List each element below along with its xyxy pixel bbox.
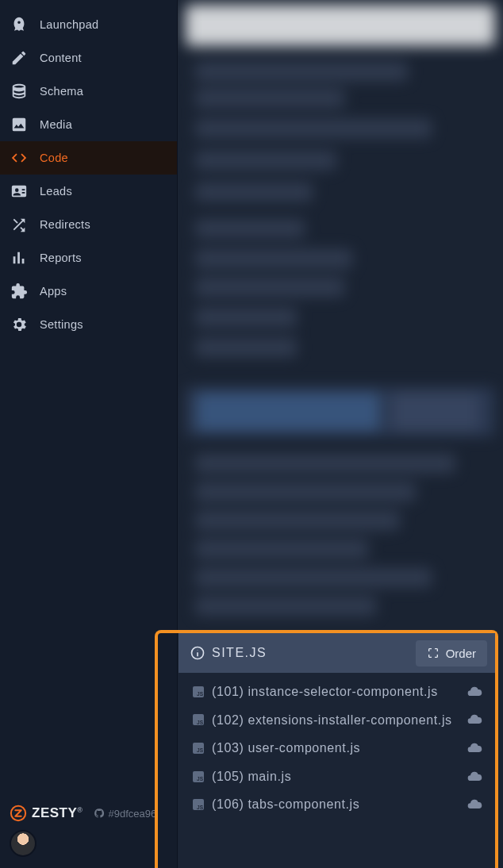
sidebar-item-schema[interactable]: Schema	[0, 75, 177, 108]
shuffle-icon	[10, 215, 29, 234]
bar-chart-icon	[10, 248, 29, 267]
nav-label: Settings	[40, 318, 83, 331]
contacts-icon	[10, 182, 29, 201]
file-row[interactable]: (106) tabs-component.js	[179, 790, 495, 819]
nav-label: Reports	[40, 252, 82, 264]
avatar-row	[10, 830, 167, 857]
brand-logo[interactable]: ZESTY®	[10, 805, 83, 822]
gear-icon	[10, 315, 29, 334]
nav-label: Code	[40, 152, 68, 164]
sidebar-item-launchpad[interactable]: Launchpad	[0, 8, 177, 41]
expand-icon	[427, 647, 440, 659]
github-icon	[94, 808, 105, 819]
instance-hash[interactable]: #9dfcea96	[94, 808, 156, 820]
panel-title-text: SITE.JS	[212, 646, 267, 660]
file-name: (103) user-component.js	[212, 739, 459, 757]
nav-label: Media	[40, 118, 72, 131]
sitejs-panel: SITE.JS Order (101) instance-selector-co…	[179, 633, 495, 868]
svg-point-3	[198, 650, 198, 651]
sidebar-item-apps[interactable]: Apps	[0, 275, 177, 308]
image-icon	[10, 115, 29, 134]
primary-nav: Launchpad Content Schema Media Code	[0, 0, 177, 798]
file-name: (102) extensions-installer-component.js	[212, 712, 459, 729]
file-row[interactable]: (105) main.js	[179, 762, 495, 791]
js-file-icon	[193, 771, 204, 782]
instance-hash-text: #9dfcea96	[108, 808, 156, 820]
js-file-icon	[193, 743, 204, 754]
order-button[interactable]: Order	[416, 640, 487, 666]
puzzle-icon	[10, 282, 29, 301]
cloud-sync-icon[interactable]	[467, 712, 482, 728]
sidebar-item-settings[interactable]: Settings	[0, 308, 177, 341]
brand-row: ZESTY® #9dfcea96	[10, 805, 167, 822]
panel-header: SITE.JS Order	[179, 633, 495, 673]
code-icon	[10, 148, 29, 167]
sidebar-item-content[interactable]: Content	[0, 41, 177, 75]
js-file-icon	[193, 799, 204, 810]
file-name: (105) main.js	[212, 768, 459, 785]
nav-label: Launchpad	[40, 18, 98, 31]
js-file-icon	[193, 686, 204, 697]
file-list: (101) instance-selector-component.js (10…	[179, 673, 495, 868]
file-row[interactable]: (103) user-component.js	[179, 734, 495, 762]
info-icon[interactable]	[190, 645, 205, 661]
cloud-sync-icon[interactable]	[467, 797, 482, 812]
cloud-sync-icon[interactable]	[467, 769, 482, 785]
pencil-icon	[10, 48, 29, 67]
database-icon	[10, 82, 29, 101]
zesty-logo-icon	[10, 805, 27, 822]
cloud-sync-icon[interactable]	[467, 740, 482, 756]
cloud-sync-icon[interactable]	[467, 684, 482, 700]
file-row[interactable]: (102) extensions-installer-component.js	[179, 706, 495, 735]
sidebar-item-redirects[interactable]: Redirects	[0, 208, 177, 241]
sidebar-item-media[interactable]: Media	[0, 108, 177, 141]
sidebar-item-leads[interactable]: Leads	[0, 175, 177, 208]
js-file-icon	[193, 714, 204, 725]
nav-label: Apps	[40, 285, 67, 298]
user-avatar[interactable]	[10, 830, 36, 857]
panel-title: SITE.JS	[190, 645, 267, 661]
left-sidebar: Launchpad Content Schema Media Code	[0, 0, 178, 868]
file-name: (106) tabs-component.js	[212, 796, 459, 813]
nav-label: Schema	[40, 85, 83, 98]
nav-label: Content	[40, 52, 82, 64]
nav-label: Leads	[40, 185, 72, 198]
file-row[interactable]: (101) instance-selector-component.js	[179, 678, 495, 706]
sidebar-footer: ZESTY® #9dfcea96	[0, 798, 177, 868]
sidebar-item-code[interactable]: Code	[0, 141, 177, 175]
brand-name-text: ZESTY	[32, 805, 77, 820]
file-name: (101) instance-selector-component.js	[212, 683, 459, 701]
sidebar-item-reports[interactable]: Reports	[0, 241, 177, 275]
nav-label: Redirects	[40, 218, 90, 231]
rocket-icon	[10, 15, 29, 34]
order-button-label: Order	[446, 647, 476, 660]
